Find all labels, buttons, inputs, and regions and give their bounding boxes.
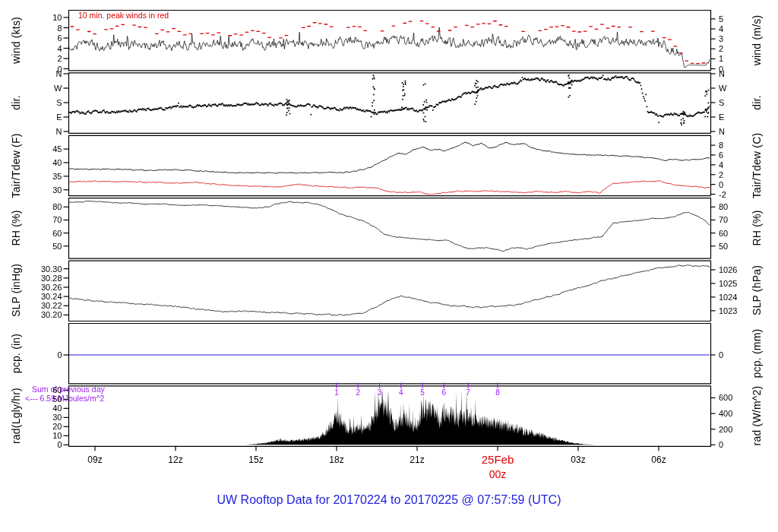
- tick-label-left: 20: [26, 422, 62, 431]
- tick-label-right: -2: [719, 190, 755, 199]
- x-tick-label: 09z: [87, 454, 102, 465]
- tick-label-right: 1025: [719, 279, 755, 288]
- tick-label-left: 0: [26, 350, 62, 359]
- chart-canvas: [0, 0, 778, 532]
- tick-label-left: N: [26, 127, 62, 136]
- tick-label-left: 60: [26, 229, 62, 238]
- tick-label-left: 30.20: [26, 310, 62, 319]
- x-tick-hour-label: 00z: [489, 468, 507, 480]
- tick-label-left: 4: [26, 44, 62, 53]
- chart-title: UW Rooftop Data for 20170224 to 20170225…: [0, 493, 778, 507]
- tick-label-right: E: [719, 112, 755, 122]
- uw-rooftop-meteogram: wind (kts) dir. Tair/Tdew (F) RH (%) SLP…: [0, 0, 778, 532]
- tick-label-right: 3: [719, 34, 755, 43]
- tick-label-left: 80: [26, 202, 62, 211]
- tick-label-right: 60: [719, 229, 755, 238]
- y-axis-label-left-wind: wind (kts): [10, 17, 22, 64]
- tick-label-left: 10: [26, 13, 62, 22]
- tick-label-left: 30.28: [26, 274, 62, 283]
- tick-label-right: W: [719, 84, 755, 93]
- y-axis-label-left-dir: dir.: [10, 95, 22, 109]
- x-tick-label: 12z: [168, 454, 182, 465]
- tick-label-right: 1026: [719, 265, 755, 274]
- x-tick-label: 06z: [651, 454, 666, 465]
- tick-label-left: 0: [26, 440, 62, 449]
- tick-label-left: 50: [26, 394, 62, 404]
- tick-label-right: 4: [719, 24, 755, 33]
- sun-hour-number: 5: [420, 388, 425, 397]
- x-tick-label: 15z: [248, 454, 263, 465]
- y-axis-label-left-pcp: pcp. (in): [10, 334, 22, 373]
- y-axis-label-left-slp: SLP (inHg): [10, 264, 22, 317]
- x-tick-date-label: 25Feb: [482, 453, 514, 466]
- y-axis-label-left-rh: RH (%): [10, 210, 22, 245]
- tick-label-left: 60: [26, 385, 62, 394]
- tick-label-left: W: [26, 84, 62, 93]
- tick-label-right: N: [719, 69, 755, 78]
- tick-label-right: 4: [719, 160, 755, 169]
- tick-label-right: 2: [719, 170, 755, 179]
- tick-label-right: 1024: [719, 293, 755, 302]
- x-tick-label: 03z: [571, 454, 585, 465]
- tick-label-left: 45: [26, 144, 62, 154]
- tick-label-left: 30: [26, 185, 62, 195]
- tick-label-left: 30.26: [26, 283, 62, 292]
- tick-label-right: S: [719, 98, 755, 107]
- tick-label-left: S: [26, 98, 62, 107]
- y-axis-label-left-rad: rad(Lgly/hr): [10, 388, 22, 444]
- tick-label-left: 30.22: [26, 301, 62, 310]
- tick-label-left: 10: [26, 431, 62, 440]
- sun-hour-number: 6: [442, 388, 447, 397]
- peak-winds-annotation: 10 min. peak winds in red: [78, 11, 169, 20]
- tick-label-left: 8: [26, 24, 62, 33]
- tick-label-right: 80: [719, 202, 755, 211]
- tick-label-right: 2: [719, 44, 755, 53]
- tick-label-left: 30: [26, 413, 62, 422]
- tick-label-right: 50: [719, 242, 755, 251]
- tick-label-right: 1023: [719, 306, 755, 315]
- tick-label-right: 5: [719, 14, 755, 24]
- tick-label-right: 70: [719, 215, 755, 224]
- tick-label-left: N: [26, 69, 62, 78]
- y-axis-label-left-temp: Tair/Tdew (F): [10, 133, 22, 198]
- tick-label-right: 600: [719, 393, 755, 402]
- tick-label-left: 40: [26, 158, 62, 167]
- tick-label-right: 6: [719, 150, 755, 160]
- tick-label-left: 6: [26, 33, 62, 43]
- tick-label-left: 50: [26, 242, 62, 251]
- sun-hour-number: 1: [334, 388, 339, 397]
- x-tick-label: 18z: [329, 454, 343, 465]
- tick-label-right: N: [719, 127, 755, 136]
- tick-label-right: 0: [719, 440, 755, 449]
- tick-label-right: 0: [719, 350, 755, 359]
- tick-label-right: 200: [719, 425, 755, 434]
- tick-label-left: 35: [26, 172, 62, 181]
- sun-hour-number: 3: [378, 388, 382, 397]
- sun-hour-number: 2: [356, 388, 360, 397]
- sun-hour-number: 4: [399, 388, 403, 397]
- tick-label-left: 2: [26, 54, 62, 63]
- x-tick-label: 21z: [410, 454, 424, 465]
- tick-label-left: 30.30: [26, 264, 62, 274]
- tick-label-right: 1: [719, 54, 755, 63]
- tick-label-left: 30.24: [26, 292, 62, 301]
- sun-hour-number: 8: [495, 388, 500, 397]
- tick-label-left: 40: [26, 404, 62, 413]
- tick-label-right: 400: [719, 409, 755, 418]
- tick-label-right: 0: [719, 180, 755, 189]
- sun-hour-number: 7: [466, 388, 470, 397]
- tick-label-right: 8: [719, 141, 755, 150]
- tick-label-left: E: [26, 112, 62, 122]
- tick-label-left: 70: [26, 215, 62, 224]
